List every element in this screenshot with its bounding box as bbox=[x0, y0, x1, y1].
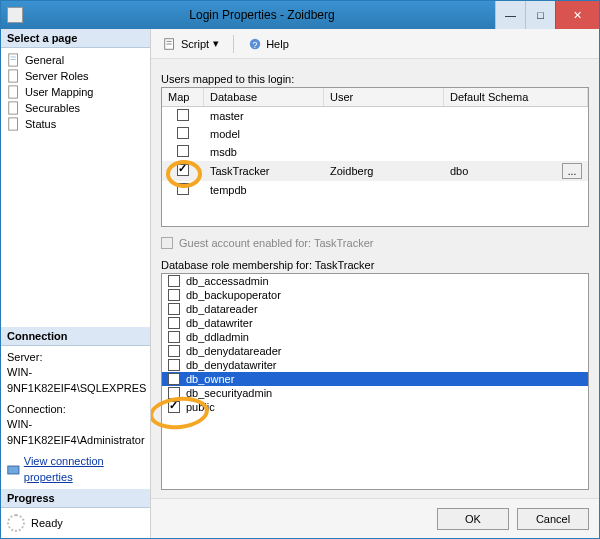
role-item[interactable]: db_owner bbox=[162, 372, 588, 386]
users-mapped-grid[interactable]: Map Database User Default Schema masterm… bbox=[161, 87, 589, 227]
table-row[interactable]: master bbox=[162, 107, 588, 125]
page-icon bbox=[7, 101, 21, 115]
help-button[interactable]: ? Help bbox=[244, 35, 293, 53]
toolbar-separator bbox=[233, 35, 234, 53]
role-item[interactable]: db_datareader bbox=[162, 302, 588, 316]
page-icon bbox=[7, 69, 21, 83]
database-cell: TaskTracker bbox=[204, 163, 324, 179]
nav-item-status[interactable]: Status bbox=[1, 116, 150, 132]
left-nav: Select a page General Server Roles User … bbox=[1, 29, 151, 538]
roles-list[interactable]: db_accessadmindb_backupoperatordb_datare… bbox=[161, 273, 589, 490]
svg-rect-2 bbox=[11, 59, 16, 60]
titlebar[interactable]: Login Properties - Zoidberg — □ ✕ bbox=[1, 1, 599, 29]
role-item[interactable]: db_denydatareader bbox=[162, 344, 588, 358]
role-checkbox[interactable] bbox=[168, 387, 180, 399]
table-row[interactable]: model bbox=[162, 125, 588, 143]
role-checkbox[interactable] bbox=[168, 373, 180, 385]
guest-checkbox bbox=[161, 237, 173, 249]
role-checkbox[interactable] bbox=[168, 401, 180, 413]
role-checkbox[interactable] bbox=[168, 303, 180, 315]
map-checkbox[interactable] bbox=[177, 127, 189, 139]
database-cell: msdb bbox=[204, 144, 324, 160]
user-cell bbox=[324, 188, 444, 192]
nav-label: Securables bbox=[25, 102, 80, 114]
role-item[interactable]: db_denydatawriter bbox=[162, 358, 588, 372]
database-cell: master bbox=[204, 108, 324, 124]
svg-rect-7 bbox=[8, 466, 19, 474]
col-schema-header: Default Schema bbox=[444, 88, 588, 106]
guest-label: Guest account enabled for: TaskTracker bbox=[179, 237, 373, 249]
role-name: db_owner bbox=[186, 373, 234, 385]
svg-rect-4 bbox=[9, 86, 18, 98]
toolbar: Script ▾ ? Help bbox=[151, 29, 599, 59]
nav-item-securables[interactable]: Securables bbox=[1, 100, 150, 116]
role-name: db_datareader bbox=[186, 303, 258, 315]
map-checkbox[interactable] bbox=[177, 145, 189, 157]
svg-rect-3 bbox=[9, 70, 18, 82]
database-cell: tempdb bbox=[204, 182, 324, 198]
help-icon: ? bbox=[248, 37, 262, 51]
role-checkbox[interactable] bbox=[168, 317, 180, 329]
svg-rect-1 bbox=[11, 57, 16, 58]
ok-button[interactable]: OK bbox=[437, 508, 509, 530]
right-pane: Script ▾ ? Help Users mapped to this log… bbox=[151, 29, 599, 538]
select-page-header: Select a page bbox=[1, 29, 150, 48]
map-checkbox[interactable] bbox=[177, 164, 189, 176]
role-name: db_backupoperator bbox=[186, 289, 281, 301]
svg-text:?: ? bbox=[253, 39, 258, 49]
role-name: public bbox=[186, 401, 215, 413]
role-checkbox[interactable] bbox=[168, 275, 180, 287]
nav-item-user-mapping[interactable]: User Mapping bbox=[1, 84, 150, 100]
role-name: db_accessadmin bbox=[186, 275, 269, 287]
col-user-header: User bbox=[324, 88, 444, 106]
connection-header: Connection bbox=[1, 327, 150, 346]
role-item[interactable]: db_datawriter bbox=[162, 316, 588, 330]
svg-rect-5 bbox=[9, 102, 18, 114]
app-icon bbox=[7, 7, 23, 23]
page-icon bbox=[7, 85, 21, 99]
table-row[interactable]: tempdb bbox=[162, 181, 588, 199]
schema-browse-button[interactable]: ... bbox=[562, 163, 582, 179]
user-cell: Zoidberg bbox=[324, 163, 444, 179]
window-title: Login Properties - Zoidberg bbox=[29, 8, 495, 22]
database-cell: model bbox=[204, 126, 324, 142]
nav-label: Server Roles bbox=[25, 70, 89, 82]
connection-info: Server: WIN-9NF1K82EIF4\SQLEXPRES Connec… bbox=[1, 346, 150, 489]
cancel-button[interactable]: Cancel bbox=[517, 508, 589, 530]
properties-icon bbox=[7, 463, 20, 477]
role-name: db_denydatareader bbox=[186, 345, 281, 357]
role-checkbox[interactable] bbox=[168, 359, 180, 371]
server-value: WIN-9NF1K82EIF4\SQLEXPRES bbox=[7, 365, 144, 396]
nav-item-server-roles[interactable]: Server Roles bbox=[1, 68, 150, 84]
role-item[interactable]: public bbox=[162, 400, 588, 414]
role-checkbox[interactable] bbox=[168, 331, 180, 343]
map-checkbox[interactable] bbox=[177, 109, 189, 121]
dialog-footer: OK Cancel bbox=[151, 498, 599, 538]
table-row[interactable]: TaskTrackerZoidbergdbo... bbox=[162, 161, 588, 181]
role-item[interactable]: db_accessadmin bbox=[162, 274, 588, 288]
script-button[interactable]: Script ▾ bbox=[159, 35, 223, 53]
view-connection-properties-link[interactable]: View connection properties bbox=[7, 454, 144, 485]
role-checkbox[interactable] bbox=[168, 289, 180, 301]
user-cell bbox=[324, 114, 444, 118]
users-mapped-label: Users mapped to this login: bbox=[161, 73, 589, 85]
map-checkbox[interactable] bbox=[177, 183, 189, 195]
role-name: db_ddladmin bbox=[186, 331, 249, 343]
login-properties-window: Login Properties - Zoidberg — □ ✕ Select… bbox=[0, 0, 600, 539]
role-item[interactable]: db_securityadmin bbox=[162, 386, 588, 400]
nav-label: Status bbox=[25, 118, 56, 130]
chevron-down-icon: ▾ bbox=[213, 37, 219, 50]
minimize-button[interactable]: — bbox=[495, 1, 525, 29]
page-icon bbox=[7, 117, 21, 131]
nav-label: User Mapping bbox=[25, 86, 93, 98]
col-database-header: Database bbox=[204, 88, 324, 106]
maximize-button[interactable]: □ bbox=[525, 1, 555, 29]
role-item[interactable]: db_backupoperator bbox=[162, 288, 588, 302]
role-checkbox[interactable] bbox=[168, 345, 180, 357]
role-item[interactable]: db_ddladmin bbox=[162, 330, 588, 344]
link-label: View connection properties bbox=[24, 454, 144, 485]
close-button[interactable]: ✕ bbox=[555, 1, 599, 29]
role-name: db_datawriter bbox=[186, 317, 253, 329]
table-row[interactable]: msdb bbox=[162, 143, 588, 161]
nav-item-general[interactable]: General bbox=[1, 52, 150, 68]
